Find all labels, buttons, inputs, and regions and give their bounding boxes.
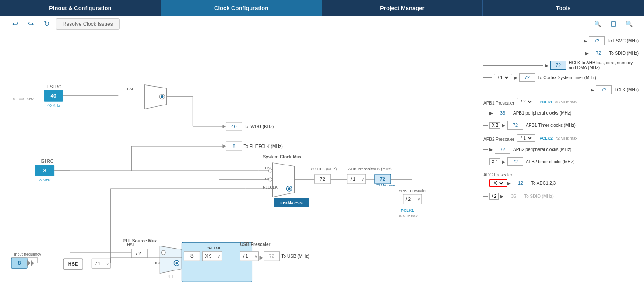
apb1-timer-row: X 2 ▶ 72 APB1 Timer clocks (MHz) — [483, 120, 639, 130]
fclk-arrow: ▶ — [591, 88, 594, 92]
apb2-peripheral-row: ▶ 72 APB2 peripheral clocks (MHz) — [483, 144, 639, 154]
lsi-mux-radio-inner — [161, 95, 163, 98]
fsmc-label: To FSMC (MHz) — [607, 39, 639, 43]
sys-mux-hsi-radio[interactable] — [269, 169, 272, 172]
apb1-prescaler-select-box[interactable]: / 2 — [517, 98, 535, 105]
sysclk-label: SYSCLK (MHz) — [310, 167, 337, 171]
resolve-clock-issues-button[interactable]: Resolve Clock Issues — [56, 18, 120, 30]
usb-prescaler-chevron: ∨ — [254, 254, 257, 259]
fclk-line — [483, 90, 589, 90]
pll-mux-hsi-radio[interactable] — [161, 250, 165, 255]
sdio-value-box[interactable]: 72 — [591, 49, 606, 57]
apb1-peripheral-line — [483, 113, 488, 113]
undo-button[interactable]: ↩ — [9, 18, 21, 30]
apb2-timer-row: X 1 ▶ 72 APB2 timer clocks (MHz) — [483, 157, 639, 166]
adc-prescaler-section: ADC Prescaler — [483, 169, 639, 178]
pll-mux-hsi-label: HSI — [127, 242, 134, 247]
pclk1-label-right: PCLK1 — [540, 100, 553, 104]
tab-tools[interactable]: Tools — [483, 0, 644, 16]
flitfclk-value: 8 — [232, 144, 235, 149]
apb2-section: APB2 Prescaler / 1 PCLK2 72 MHz max ▶ 72… — [483, 133, 639, 188]
header-tabs: Pinout & Configuration Clock Configurati… — [0, 0, 644, 16]
ahb-label: HCLK to AHB bus, core, memory and DMA (M… — [569, 60, 639, 70]
apb1-prescaler-header: APB1 Prescaler — [483, 101, 514, 105]
fclk-value-box[interactable]: 72 — [596, 85, 612, 94]
apb2-peripheral-label: APB2 peripheral clocks (MHz) — [513, 147, 571, 152]
apb1-chevron: ∨ — [417, 197, 420, 202]
zoom-out-icon[interactable]: 🔍 — [623, 18, 635, 30]
apb2-prescaler-header: APB2 Prescaler — [483, 137, 514, 142]
clock-diagram-svg: LSI RC 40 40 KHz 0-1000 KHz LSI 40 T — [0, 32, 478, 295]
ahb-value-box[interactable]: 72 — [550, 61, 566, 70]
apb2-timer-line — [483, 162, 488, 162]
apb1-peripheral-value-box[interactable]: 36 — [495, 109, 510, 117]
fclk-output-row: ▶ 72 FCLK (MHz) — [483, 85, 639, 95]
redo-button[interactable]: ↪ — [25, 18, 37, 30]
sdio-output-row: ▶ 72 To SDIO (MHz) — [483, 48, 639, 58]
cortex-value-box[interactable]: 72 — [519, 73, 535, 82]
ahb-chevron: ∨ — [361, 177, 364, 182]
refresh-button[interactable]: ↻ — [40, 18, 53, 30]
apb1-peripheral-row: ▶ 36 APB1 peripheral clocks (MHz) — [483, 108, 639, 118]
pclk1-label: PCLK1 — [401, 208, 414, 213]
hse-input-value: 8 — [18, 260, 21, 266]
lsi-khz-label: 40 KHz — [47, 103, 60, 108]
lsi-line-label: LSI — [127, 87, 133, 91]
adc-prescaler-header: ADC Prescaler — [483, 172, 512, 177]
main-content: LSI RC 40 40 KHz 0-1000 KHz LSI 40 T — [0, 32, 644, 295]
fit-screen-icon[interactable] — [607, 18, 619, 30]
apb2-prescaler-select-box[interactable]: / 1 — [517, 134, 535, 142]
fsmc-line — [483, 41, 582, 41]
sys-clock-mux-label: System Clock Mux — [263, 155, 302, 159]
zoom-in-icon[interactable]: 🔍 — [591, 18, 604, 30]
hse-label: HSE — [68, 261, 78, 267]
cortex-arrow: ▶ — [514, 75, 517, 80]
apb1-prescaler-value: / 2 — [406, 197, 411, 202]
hclk-value: 72 — [380, 176, 385, 182]
sdio-label: To SDIO (MHz) — [609, 51, 639, 56]
apb2-prescaler-select[interactable]: / 1 — [519, 135, 533, 141]
usb-prescaler-div-value: / 1 — [243, 254, 249, 259]
adc-value-box[interactable]: 12 — [513, 179, 528, 187]
pll-multiplier-value: X 9 — [205, 254, 211, 259]
fsmc-output-row: ▶ 72 To FSMC (MHz) — [483, 36, 639, 46]
apb2-peripheral-value-box[interactable]: 72 — [495, 145, 510, 154]
apb1-prescaler-label: APB1 Prescaler — [399, 189, 427, 193]
ahb-prescaler-value: / 1 — [351, 177, 356, 182]
apb2-peripheral-arrow: ▶ — [489, 147, 493, 152]
adc-line — [483, 183, 488, 183]
adc-output-row: /6/8 ▶ 12 To ADC1,2,3 — [483, 178, 639, 188]
flitfclk-label: To FLITFCLK (MHz) — [244, 144, 283, 149]
apb2-timer-value-box[interactable]: 72 — [507, 157, 523, 166]
hclk-label: HCLK (MHz) — [370, 167, 392, 171]
hclk-max-label: 72 MHz max — [376, 183, 396, 187]
tab-project[interactable]: Project Manager — [322, 0, 483, 16]
sysclk-value: 72 — [320, 176, 325, 182]
cortex-div-box[interactable]: / 1 — [494, 74, 512, 81]
hsi-freq-value: 8 — [43, 168, 46, 174]
adc-prescaler-select[interactable]: /6/8 — [492, 180, 505, 186]
cortex-line — [483, 77, 492, 78]
iwdg-value: 40 — [231, 124, 236, 129]
clock-diagram-area: LSI RC 40 40 KHz 0-1000 KHz LSI 40 T — [0, 32, 478, 295]
tab-clock[interactable]: Clock Configuration — [161, 0, 322, 16]
cortex-div-select[interactable]: / 1 — [496, 75, 510, 81]
tab-pinout[interactable]: Pinout & Configuration — [0, 0, 161, 16]
enable-css-label: Enable CSS — [280, 201, 303, 205]
adc-prescaler-select-box[interactable]: /6/8 — [489, 179, 507, 187]
sdio-line — [483, 53, 584, 53]
fclk-label: FCLK (MHz) — [614, 88, 639, 92]
pll-label: PLL — [166, 274, 174, 279]
sys-mux-hse-radio[interactable] — [269, 178, 272, 181]
iwdg-label: To IWDG (KHz) — [244, 124, 274, 129]
apb1-timer-line — [483, 125, 488, 126]
pll-mux-hse-radio-inner — [175, 262, 178, 264]
sdio-bottom-value-box[interactable]: 36 — [506, 192, 521, 200]
hsi-rc-label: HSI RC — [39, 159, 53, 164]
hsi-mhz-label: 8 MHz — [39, 178, 51, 182]
lsi-freq-value: 40 — [50, 93, 56, 99]
apb1-prescaler-select[interactable]: / 2 — [519, 99, 533, 105]
fsmc-value-box[interactable]: 72 — [589, 36, 605, 45]
apb1-timer-value-box[interactable]: 72 — [507, 121, 523, 130]
pll-div2-value: / 2 — [136, 251, 141, 256]
